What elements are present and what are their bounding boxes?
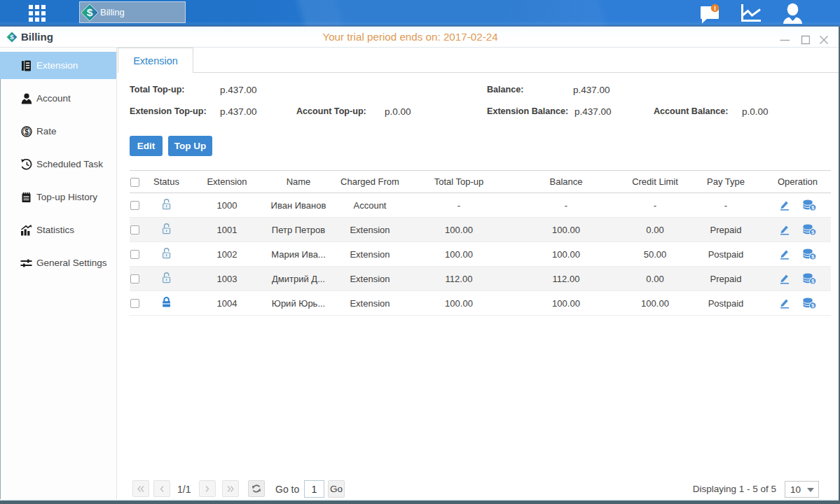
svg-text:$: $ xyxy=(87,6,93,18)
svg-text:!: ! xyxy=(714,4,716,12)
svg-text:$: $ xyxy=(25,127,29,135)
